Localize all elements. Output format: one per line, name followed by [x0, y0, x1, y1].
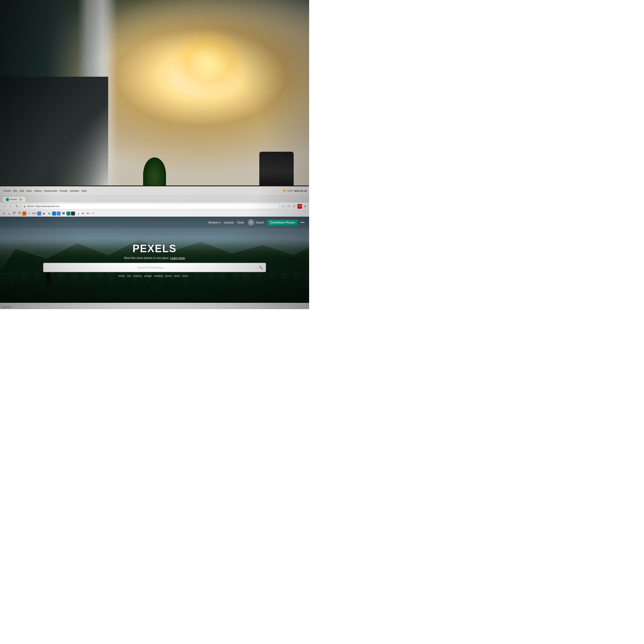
search-bar[interactable]: Search for free photos... 🔍	[43, 263, 266, 272]
tag-phone[interactable]: phone	[165, 274, 172, 277]
tag-meeting[interactable]: meeting	[154, 274, 163, 277]
screen-bezel: hrome File Edit View History Bookmarks P…	[0, 185, 309, 309]
learn-more-link[interactable]: Learn more	[170, 256, 185, 259]
tag-more[interactable]: more →	[182, 274, 191, 277]
tab-bar: Pexels ×	[0, 195, 309, 202]
pexels-navbar: Browse ▾ License Tools D Daniel Contribu…	[0, 217, 309, 228]
wifi-icon: 📶	[283, 189, 286, 192]
office-background	[0, 0, 309, 192]
hero-subtitle: Best free stock photos in one place. Lea…	[31, 256, 278, 259]
system-status-area: 📶 100% Wed 16:15	[283, 189, 307, 192]
pinterest-icon[interactable]: P	[292, 204, 297, 209]
status-text: Searches	[2, 306, 11, 308]
more-options-button[interactable]: •••	[300, 220, 305, 225]
office-bg-inner	[0, 0, 309, 192]
ext-blue2[interactable]	[57, 212, 61, 216]
tab-close-button[interactable]: ×	[19, 198, 22, 201]
extensions-bar: M ▲ 📅 📆 ✈ PDF ▶ ▦ M 📊 Ai Ps Pr	[0, 210, 309, 217]
menu-bookmarks[interactable]: Bookmarks	[43, 189, 58, 193]
tag-blur[interactable]: blur	[127, 274, 131, 277]
search-icon[interactable]: 🔍	[259, 265, 263, 269]
address-field[interactable]: 🔒 Secure https://www.pexels.com	[21, 204, 280, 209]
secure-icon: 🔒	[23, 205, 26, 208]
menu-view[interactable]: View	[25, 189, 33, 193]
browser-window: hrome File Edit View History Bookmarks P…	[0, 186, 309, 309]
ext-adobe3[interactable]: Pr	[91, 211, 96, 216]
ext-green-table[interactable]: ▦	[47, 211, 52, 216]
ext-chart[interactable]: 📊	[76, 211, 80, 216]
menu-help[interactable]: Help	[80, 189, 88, 193]
menu-history[interactable]: History	[33, 189, 43, 193]
tag-house[interactable]: house	[118, 274, 125, 277]
address-bar-row: ‹ › ↻ 🔒 Secure https://www.pexels.com ☆ …	[0, 202, 309, 210]
battery-level: 100%	[287, 189, 293, 192]
system-time: Wed 16:15	[294, 189, 307, 192]
menu-people[interactable]: People	[58, 189, 69, 193]
browser-menubar: hrome File Edit View History Bookmarks P…	[0, 186, 309, 195]
tag-training[interactable]: training	[134, 274, 142, 277]
menu-file[interactable]: File	[12, 189, 19, 193]
tools-nav-item[interactable]: Tools	[237, 221, 244, 224]
search-input-placeholder: Search for free photos...	[46, 266, 256, 269]
back-button[interactable]: ‹	[2, 204, 7, 209]
ext-blue-btn[interactable]	[52, 212, 56, 216]
pexels-hero: Browse ▾ License Tools D Daniel Contribu…	[0, 217, 309, 303]
ext-icon-1[interactable]: OFF	[297, 204, 302, 209]
username-label[interactable]: Daniel	[256, 221, 264, 224]
ext-gmail[interactable]: M	[2, 211, 6, 216]
tag-vintage[interactable]: vintage	[144, 274, 152, 277]
ext-orange[interactable]	[22, 212, 26, 216]
url-text: https://www.pexels.com	[35, 205, 60, 208]
ext-blue[interactable]	[37, 212, 41, 216]
ext-pdf[interactable]: PDF	[32, 211, 37, 216]
browser-menu-left: hrome File Edit View History Bookmarks P…	[2, 189, 88, 193]
search-tags-row: house blur training vintage meeting phon…	[31, 274, 278, 277]
secure-label: Secure	[27, 205, 34, 208]
website-content: Browse ▾ License Tools D Daniel Contribu…	[0, 217, 309, 303]
forward-button[interactable]: ›	[8, 204, 13, 209]
tab-favicon	[6, 198, 9, 201]
reload-button[interactable]: ↻	[14, 204, 19, 209]
bookmark-icon[interactable]: ☆	[281, 204, 286, 209]
ext-youtube[interactable]: ▶	[42, 211, 46, 216]
user-avatar[interactable]: D	[248, 219, 254, 226]
toolbar-icons: ☆ 🛡 P OFF ⚙	[281, 204, 307, 209]
license-nav-item[interactable]: License	[224, 221, 234, 224]
status-bar: Searches	[0, 305, 309, 309]
active-tab[interactable]: Pexels ×	[2, 196, 26, 202]
ext-medium[interactable]: M	[61, 211, 66, 216]
ext-dark[interactable]	[71, 212, 75, 216]
tag-wood[interactable]: wood	[174, 274, 180, 277]
menu-window[interactable]: Window	[69, 189, 80, 193]
ext-calendar[interactable]: 📅	[12, 211, 17, 216]
ext-calendar2[interactable]: 📆	[17, 211, 22, 216]
hero-text-center: PEXELS Best free stock photos in one pla…	[31, 242, 278, 277]
menu-chrome[interactable]: hrome	[2, 189, 12, 193]
ext-teal[interactable]	[66, 212, 70, 216]
ext-icon-2[interactable]: ⚙	[303, 204, 307, 209]
contribute-photos-button[interactable]: Contribute Photos	[267, 220, 298, 226]
shield-icon[interactable]: 🛡	[287, 204, 291, 209]
ext-adobe1[interactable]: Ai	[81, 211, 85, 216]
tab-title: Pexels	[10, 198, 17, 201]
ext-drive[interactable]: ▲	[7, 211, 11, 216]
ext-adobe2[interactable]: Ps	[86, 211, 90, 216]
hero-title: PEXELS	[31, 242, 278, 254]
menu-edit[interactable]: Edit	[18, 189, 25, 193]
browse-chevron: ▾	[219, 221, 220, 224]
browse-nav-item[interactable]: Browse ▾	[209, 221, 220, 224]
ext-telegram[interactable]: ✈	[27, 211, 31, 216]
